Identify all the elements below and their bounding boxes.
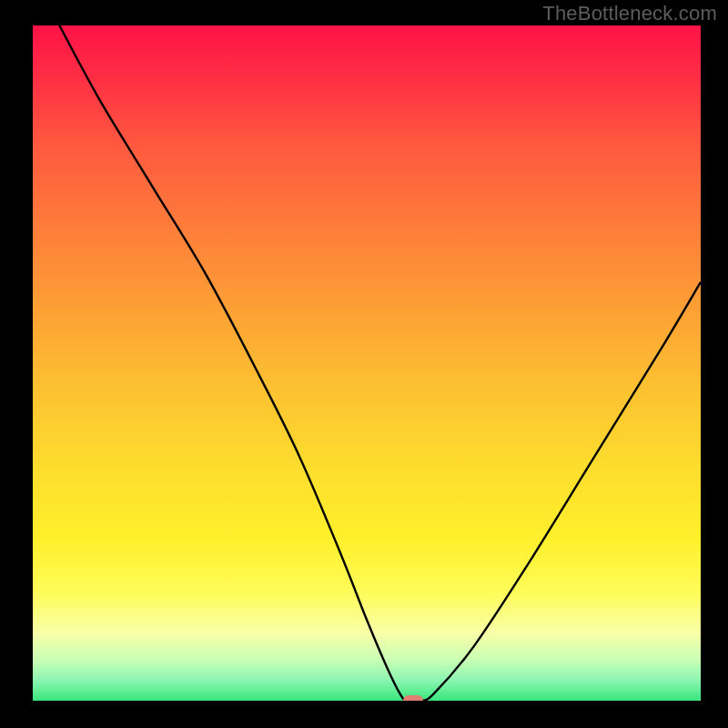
plot-area [33, 25, 701, 701]
chart-frame: TheBottleneck.com [0, 0, 728, 728]
bottleneck-curve [33, 25, 701, 701]
watermark-text: TheBottleneck.com [542, 2, 717, 25]
minimum-marker [403, 695, 423, 701]
curve-path [59, 25, 701, 701]
